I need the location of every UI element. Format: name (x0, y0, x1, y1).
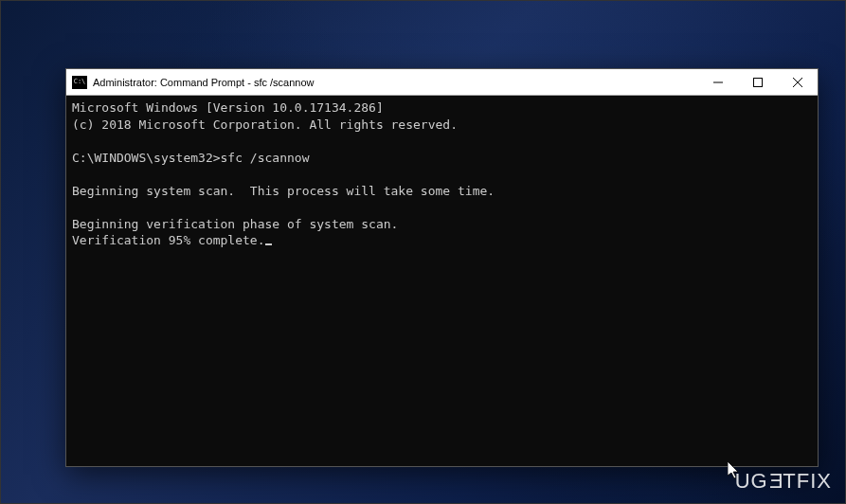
watermark-text-flip: E (768, 469, 783, 494)
command-prompt-window: Administrator: Command Prompt - sfc /sca… (65, 68, 819, 467)
maximize-icon (753, 78, 763, 87)
minimize-icon (713, 78, 723, 87)
watermark-text: UG (735, 469, 768, 494)
cmd-icon (72, 76, 87, 89)
console-output[interactable]: Microsoft Windows [Version 10.0.17134.28… (66, 96, 818, 466)
console-line: (c) 2018 Microsoft Corporation. All righ… (72, 117, 458, 132)
maximize-button[interactable] (738, 69, 778, 95)
console-line: Microsoft Windows [Version 10.0.17134.28… (72, 100, 384, 115)
watermark-text: TFIX (783, 469, 832, 494)
close-button[interactable] (778, 69, 818, 95)
console-line: Verification 95% complete. (72, 233, 265, 247)
svg-rect-1 (754, 78, 763, 86)
watermark-logo: UGETFIX (735, 469, 832, 494)
minimize-button[interactable] (698, 69, 738, 95)
text-cursor (265, 243, 272, 245)
window-controls (698, 69, 818, 95)
console-line: Beginning verification phase of system s… (72, 217, 398, 231)
close-icon (793, 78, 802, 87)
window-titlebar[interactable]: Administrator: Command Prompt - sfc /sca… (66, 69, 818, 96)
console-prompt-line: C:\WINDOWS\system32>sfc /scannow (72, 151, 309, 165)
window-title: Administrator: Command Prompt - sfc /sca… (93, 77, 698, 88)
console-line: Beginning system scan. This process will… (72, 184, 495, 198)
